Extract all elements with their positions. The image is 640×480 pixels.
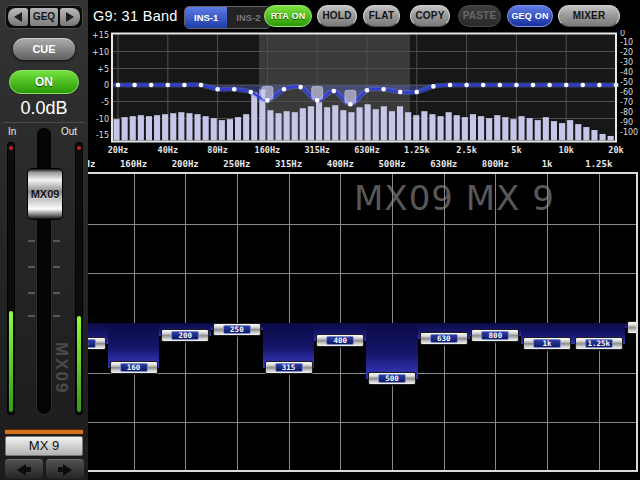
hold-button[interactable]: HOLD: [317, 5, 357, 27]
channel-fader-knob[interactable]: MX09: [27, 168, 63, 220]
band-dot: [132, 83, 137, 88]
prev-geq-button[interactable]: [8, 8, 28, 26]
top-toolbar: G9: 31 Band INS-1INS-2 RTA ONHOLDFLATCOP…: [88, 0, 640, 32]
right-arrow-icon: [63, 464, 72, 476]
geq-band-fader-400[interactable]: 400: [316, 334, 364, 347]
freq-axis-label: 630Hz: [354, 145, 380, 155]
fader-tick: [53, 240, 60, 242]
band-dot: [498, 83, 503, 88]
next-geq-button[interactable]: [60, 8, 80, 26]
freq-axis-label: 80Hz: [207, 145, 227, 155]
fader-tick: [28, 240, 35, 242]
band-dot: [381, 87, 386, 92]
paste-button[interactable]: PASTE: [458, 5, 501, 27]
mixer-button[interactable]: MIXER: [558, 5, 620, 27]
geq-band-fader-800[interactable]: 800: [471, 329, 519, 342]
prev-channel-button[interactable]: [5, 459, 43, 479]
band-dot: [398, 90, 403, 95]
rta-axis-tick: -50: [620, 78, 633, 87]
geq-nav-label[interactable]: GEQ: [30, 8, 58, 26]
geq-band-fader-160[interactable]: 160: [110, 361, 158, 374]
band-frequency-label: 630: [430, 334, 458, 343]
geq-band-fader-1k[interactable]: 1k: [523, 337, 571, 350]
rta-bar: [114, 119, 120, 140]
geq-band-fader-250[interactable]: 250: [213, 323, 261, 336]
band-dot: [581, 83, 586, 88]
geq-band-fader-125[interactable]: 125: [88, 337, 106, 350]
channel-on-button[interactable]: ON: [9, 70, 79, 94]
geq-fader-section: 125Hz160Hz200Hz250Hz315Hz400Hz500Hz630Hz…: [88, 158, 640, 480]
geq-band-fader-1.25k[interactable]: 1.25k: [575, 337, 623, 350]
rta-bar: [421, 111, 427, 140]
band-header-label: 400Hz: [327, 159, 354, 169]
rta-bar: [276, 113, 282, 140]
band-dot: [448, 83, 453, 88]
next-channel-button[interactable]: [46, 459, 84, 479]
gain-axis-tick: +15: [92, 31, 109, 40]
geq-band-fader-200[interactable]: 200: [161, 329, 209, 342]
band-dot: [514, 83, 519, 88]
freq-axis-label: 315Hz: [304, 145, 330, 155]
rta-bar: [510, 119, 516, 140]
rta-bar: [267, 110, 273, 140]
rta-bar: [527, 118, 533, 140]
tab-ins-1[interactable]: INS-1: [185, 7, 227, 28]
cue-button[interactable]: CUE: [13, 38, 75, 60]
rta-bar: [470, 114, 476, 140]
rta-bar: [478, 116, 484, 140]
band-dot: [149, 83, 154, 88]
geq-band-fader-1.6k[interactable]: 1.6k: [627, 321, 639, 334]
rta-bar: [583, 127, 589, 140]
rta-bar: [292, 112, 298, 140]
fader-tick: [53, 292, 60, 294]
rta-axis-tick: -60: [620, 88, 633, 97]
rta-bar: [438, 116, 444, 140]
band-frequency-label: 200: [171, 331, 199, 340]
rta-bar: [381, 106, 387, 140]
rta-bar: [348, 112, 354, 140]
geq-band-fader-630[interactable]: 630: [420, 332, 468, 345]
curve-band-handle: [262, 86, 273, 99]
rta-bar: [178, 112, 184, 140]
rta-bar: [462, 117, 468, 140]
geq-band-fader-315[interactable]: 315: [265, 361, 313, 374]
band-frequency-label: 160: [120, 363, 148, 372]
rta-on-button[interactable]: RTA ON: [264, 5, 312, 27]
output-meter: [75, 142, 83, 415]
grid-v-line: [547, 174, 548, 470]
gain-axis-tick: +5: [97, 65, 109, 74]
band-frequency-label: 800: [481, 331, 509, 340]
rta-axis-tick: -20: [620, 48, 633, 57]
grid-v-line: [495, 174, 496, 470]
freq-axis-label: 2.5k: [456, 145, 476, 155]
insert-tab-group: INS-1INS-2: [184, 6, 271, 29]
geq-title: G9: 31 Band: [93, 8, 178, 24]
meter-in-label: In: [8, 126, 16, 137]
flat-button[interactable]: FLAT: [363, 5, 400, 27]
rta-bar: [373, 109, 379, 140]
rta-bar: [138, 115, 144, 140]
grid-h-line: [88, 422, 636, 423]
eq-rta-plot: +15+10+50-5-10-150-10-20-30-40-50-60-70-…: [85, 30, 640, 160]
freq-axis-label: 160Hz: [255, 145, 281, 155]
rta-bar: [300, 108, 306, 140]
band-frequency-label: 500: [378, 374, 406, 383]
grid-v-line: [185, 174, 186, 470]
right-arrow-icon: [66, 12, 74, 22]
band-frequency-label: 315: [275, 363, 303, 372]
band-dot: [249, 90, 254, 95]
input-meter-level: [9, 311, 13, 412]
geq-selector: GEQ: [5, 5, 83, 29]
geq-band-fader-500[interactable]: 500: [368, 372, 416, 385]
band-header-label: 315Hz: [275, 159, 302, 169]
band-frequency-label: 250: [223, 325, 251, 334]
band-cut-fill: [366, 323, 418, 379]
copy-button[interactable]: COPY: [410, 5, 450, 27]
rta-axis-tick: 0: [620, 30, 625, 38]
rta-bar: [130, 116, 136, 140]
fader-tick: [28, 266, 35, 268]
eq-curve-graph: +15+10+50-5-10-150-10-20-30-40-50-60-70-…: [85, 30, 640, 160]
geq-editor-window: GEQ CUE ON 0.0dB In Out MX09 MX09 MX 9: [0, 0, 640, 480]
grid-h-line: [88, 273, 636, 274]
geq-on-button[interactable]: GEQ ON: [507, 5, 553, 27]
